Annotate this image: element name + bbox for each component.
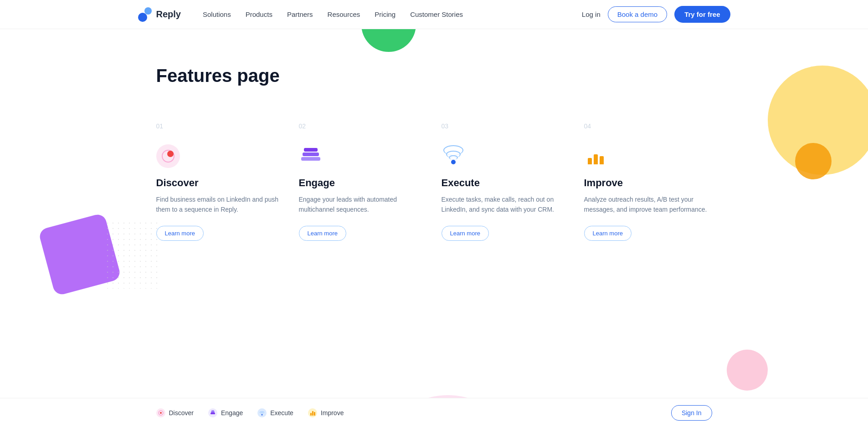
bar-2 bbox=[594, 154, 598, 164]
bottom-tab-improve[interactable]: Improve bbox=[308, 408, 344, 417]
svg-point-5 bbox=[262, 414, 263, 415]
bar-3 bbox=[600, 156, 604, 164]
wifi-arc-1 bbox=[449, 155, 458, 160]
logo-icon bbox=[138, 7, 153, 22]
discover-desc: Find business emails on LinkedIn and pus… bbox=[156, 194, 284, 215]
engage-desc: Engage your leads with automated multich… bbox=[299, 194, 427, 215]
bottom-tab-execute[interactable]: Execute bbox=[257, 408, 293, 417]
feature-number-3: 03 bbox=[442, 122, 570, 130]
engage-layer-3 bbox=[301, 157, 320, 161]
engage-icon-shape bbox=[299, 144, 323, 168]
engage-icon bbox=[299, 144, 323, 168]
discover-ring bbox=[162, 150, 175, 163]
navbar: Reply Solutions Products Partners Resour… bbox=[0, 0, 868, 29]
execute-desc: Execute tasks, make calls, reach out on … bbox=[442, 194, 570, 215]
engage-layer-2 bbox=[303, 152, 319, 156]
nav-pricing[interactable]: Pricing bbox=[375, 10, 395, 18]
bottom-bar-inner: Discover Engage bbox=[138, 405, 730, 421]
bottom-tab-discover-icon bbox=[156, 408, 165, 417]
execute-learn-more[interactable]: Learn more bbox=[442, 226, 489, 241]
engage-tab-svg bbox=[210, 410, 216, 416]
svg-rect-7 bbox=[312, 411, 313, 416]
bottom-tab-engage-icon bbox=[208, 408, 217, 417]
engage-title: Engage bbox=[299, 177, 427, 189]
login-button[interactable]: Log in bbox=[582, 10, 601, 18]
bottom-tab-discover-label: Discover bbox=[169, 409, 194, 417]
deco-yellow-small bbox=[795, 143, 832, 179]
svg-point-1 bbox=[160, 412, 162, 414]
nav-solutions[interactable]: Solutions bbox=[203, 10, 231, 18]
improve-desc: Analyze outreach results, A/B test your … bbox=[584, 194, 712, 215]
bottom-tab-execute-icon bbox=[257, 408, 267, 417]
feature-card-engage: 02 Engage Engage your leads with automat… bbox=[299, 113, 427, 250]
discover-icon bbox=[156, 144, 180, 168]
feature-number-2: 02 bbox=[299, 122, 427, 130]
book-demo-button[interactable]: Book a demo bbox=[608, 6, 667, 22]
bottom-tab-improve-icon bbox=[308, 408, 317, 417]
logo-text: Reply bbox=[156, 9, 181, 20]
svg-rect-3 bbox=[211, 412, 215, 413]
improve-learn-more[interactable]: Learn more bbox=[584, 226, 632, 241]
svg-rect-2 bbox=[211, 413, 215, 414]
nav-partners[interactable]: Partners bbox=[287, 10, 313, 18]
feature-number-4: 04 bbox=[584, 122, 712, 130]
svg-rect-6 bbox=[310, 413, 312, 416]
bar-1 bbox=[588, 158, 592, 164]
bottom-bar: Discover Engage bbox=[0, 398, 868, 427]
feature-number-1: 01 bbox=[156, 122, 284, 130]
bottom-tab-improve-label: Improve bbox=[321, 409, 344, 417]
feature-card-improve: 04 Improve Analyze outreach results, A/B… bbox=[584, 113, 712, 250]
discover-tab-svg bbox=[158, 410, 164, 416]
signin-button[interactable]: Sign In bbox=[671, 405, 712, 421]
improve-tab-svg bbox=[310, 410, 315, 416]
bottom-tabs: Discover Engage bbox=[156, 408, 344, 417]
deco-green-shape bbox=[361, 29, 416, 52]
page-title: Features page bbox=[156, 66, 712, 86]
feature-card-discover: 01 Discover Find business emails on Link… bbox=[156, 113, 284, 250]
improve-title: Improve bbox=[584, 177, 712, 189]
try-free-button[interactable]: Try for free bbox=[674, 6, 730, 23]
improve-icon-shape bbox=[584, 144, 608, 168]
execute-icon bbox=[442, 144, 465, 168]
svg-rect-8 bbox=[314, 412, 315, 416]
nav-customer-stories[interactable]: Customer Stories bbox=[410, 10, 463, 18]
discover-title: Discover bbox=[156, 177, 284, 189]
nav-logo[interactable]: Reply bbox=[138, 7, 181, 22]
execute-tab-svg bbox=[259, 410, 265, 416]
bottom-tab-execute-label: Execute bbox=[270, 409, 293, 417]
nav-links: Solutions Products Partners Resources Pr… bbox=[203, 10, 582, 18]
bottom-tab-engage-label: Engage bbox=[221, 409, 243, 417]
nav-actions: Log in Book a demo Try for free bbox=[582, 6, 730, 23]
svg-rect-4 bbox=[211, 410, 214, 412]
engage-learn-more[interactable]: Learn more bbox=[299, 226, 346, 241]
nav-resources[interactable]: Resources bbox=[328, 10, 360, 18]
execute-icon-shape bbox=[442, 144, 465, 168]
discover-learn-more[interactable]: Learn more bbox=[156, 226, 204, 241]
main-content: Features page 01 Discover Find business … bbox=[0, 29, 868, 427]
features-grid: 01 Discover Find business emails on Link… bbox=[156, 113, 712, 250]
bottom-tab-discover[interactable]: Discover bbox=[156, 408, 194, 417]
wifi-dot bbox=[451, 160, 456, 164]
discover-icon-shape bbox=[156, 144, 180, 168]
bottom-tab-engage[interactable]: Engage bbox=[208, 408, 243, 417]
improve-icon bbox=[584, 144, 608, 168]
engage-layer-1 bbox=[304, 148, 318, 152]
nav-products[interactable]: Products bbox=[246, 10, 272, 18]
execute-title: Execute bbox=[442, 177, 570, 189]
feature-card-execute: 03 Execute Execute tasks, make calls, re… bbox=[442, 113, 570, 250]
deco-pink-circle bbox=[727, 350, 768, 391]
